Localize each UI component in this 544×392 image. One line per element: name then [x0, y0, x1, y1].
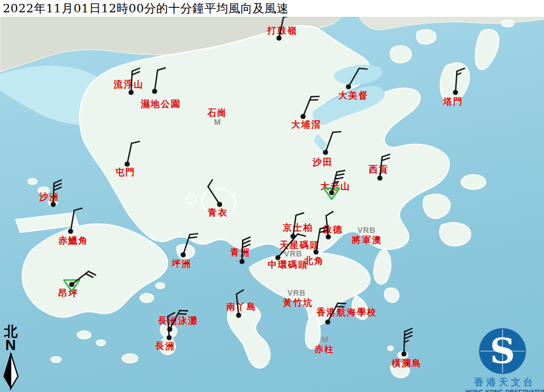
wind-barb-icon: [404, 328, 412, 354]
wind-barb-icon: [279, 14, 291, 40]
station-dot: [326, 234, 331, 239]
station-dot: [152, 88, 157, 94]
station-label-cheung-chau-beach[interactable]: 長洲泳灘: [158, 315, 198, 327]
wind-barb-icon: [71, 207, 82, 233]
wind-barb-icon: [168, 312, 176, 338]
station-label-tseung-kwan-o[interactable]: 將軍澳: [352, 235, 382, 246]
station-label-tai-mei-tuk[interactable]: 大美督: [338, 90, 369, 102]
wind-barb-icon: [293, 212, 304, 237]
station-north-point[interactable]: [313, 226, 328, 255]
station-label-shek-kong[interactable]: 石崗: [207, 108, 227, 119]
station-lamma-island[interactable]: [236, 290, 246, 318]
hko-logo-icon: S: [466, 327, 544, 375]
station-label-wetland-park[interactable]: 濕地公園: [141, 99, 181, 110]
wind-barb-icon: [278, 231, 305, 262]
wind-barb-icon: [380, 153, 390, 179]
station-dot: [128, 90, 133, 95]
station-dot: [236, 312, 241, 318]
wind-barb-icon: [303, 94, 319, 119]
station-tai-mei-tuk[interactable]: [346, 66, 367, 91]
station-cheung-chau[interactable]: [166, 312, 176, 340]
station-label-sha-tin[interactable]: 沙田: [313, 157, 333, 169]
station-tai-po-kau[interactable]: [300, 94, 319, 119]
wind-barb-icon: [206, 180, 226, 204]
station-label-tai-po-kau[interactable]: 大埔滘: [291, 119, 322, 131]
wind-barb-icon: [455, 68, 464, 93]
station-label-ngong-ping[interactable]: 昂坪: [58, 288, 78, 300]
station-dot: [377, 175, 382, 180]
gust-triangle-icon: [64, 280, 80, 291]
wind-barb-icon: [326, 129, 341, 155]
station-kai-tak[interactable]: [326, 212, 336, 240]
station-tuen-mun[interactable]: [124, 140, 139, 167]
station-label-tuen-mun[interactable]: 屯門: [115, 167, 136, 179]
station-label-tates-cairn[interactable]: 大老山: [320, 181, 351, 193]
map-title-bar: 2022年11月01日12時00分的十分鐘平均風向及風速: [0, 0, 544, 17]
station-label-peng-chau[interactable]: 坪洲: [171, 258, 192, 270]
station-note-tseung-kwan-o: VRB: [357, 226, 376, 235]
station-chek-lap-kok[interactable]: [68, 207, 82, 234]
station-label-sha-chau[interactable]: 沙洲: [39, 192, 59, 203]
wind-barb-icon: [72, 269, 96, 290]
station-central-pier[interactable]: [275, 231, 305, 262]
station-label-cheung-chau[interactable]: 長洲: [155, 340, 175, 352]
station-dot: [275, 255, 280, 260]
station-label-star-ferry[interactable]: 天星碼頭: [280, 240, 320, 251]
compass-north-letter: N: [1, 338, 20, 352]
map-geography: [0, 0, 544, 392]
station-sha-chau[interactable]: [50, 180, 61, 207]
station-dot: [69, 282, 74, 287]
wind-barb-icon: [155, 67, 165, 92]
station-label-kings-park[interactable]: 京士柏: [283, 222, 313, 234]
station-label-central-pier[interactable]: 中環碼頭: [268, 259, 308, 271]
station-ta-kwu-ling[interactable]: [276, 14, 291, 41]
station-label-green-island[interactable]: 青洲: [230, 247, 250, 259]
station-label-tsing-yi[interactable]: 青衣: [208, 207, 228, 219]
station-kings-park[interactable]: [290, 212, 304, 239]
wind-map: 打鼓嶺流浮山濕地公園石崗M大美督塔門大埔滘沙田屯門西貢沙洲大老山青衣赤鱲角京士柏…: [0, 0, 544, 392]
station-ngong-ping[interactable]: [64, 269, 96, 291]
station-label-lamma-island[interactable]: 南丫島: [226, 301, 257, 313]
station-label-kai-tak[interactable]: 啟德: [323, 224, 343, 236]
station-lau-fau-shan[interactable]: [128, 68, 140, 95]
station-label-sai-kung[interactable]: 西貢: [369, 164, 389, 176]
wind-barb-icon: [326, 212, 336, 237]
station-dot: [217, 202, 222, 207]
station-dot: [166, 335, 171, 340]
station-tates-cairn[interactable]: [324, 169, 345, 199]
station-label-hk-sea-school[interactable]: 香港航海學校: [317, 307, 377, 319]
station-dot: [401, 351, 406, 356]
wind-barb-icon: [328, 300, 346, 325]
station-label-north-point[interactable]: 北角: [304, 255, 324, 267]
station-cheung-chau-beach[interactable]: [167, 307, 188, 333]
station-label-ta-kwu-ling[interactable]: 打鼓嶺: [267, 25, 297, 37]
station-tsing-yi[interactable]: [206, 180, 226, 207]
station-dot: [346, 84, 351, 89]
station-label-tap-mun[interactable]: 塔門: [443, 96, 463, 108]
station-note-stanley: M: [322, 335, 329, 344]
svg-text:S: S: [490, 330, 515, 371]
station-dot: [167, 326, 172, 332]
station-label-wong-chuk-hang[interactable]: 黃竹坑: [283, 297, 313, 309]
wind-barb-icon: [236, 290, 246, 315]
station-sai-kung[interactable]: [377, 153, 389, 180]
station-label-chek-lap-kok[interactable]: 赤鱲角: [58, 235, 89, 247]
north-compass: 北 N: [1, 325, 20, 391]
station-waglan-island[interactable]: [401, 328, 412, 357]
station-dot: [124, 161, 129, 166]
station-wetland-park[interactable]: [152, 67, 165, 94]
wind-barb-icon: [53, 180, 62, 204]
station-dot: [68, 228, 73, 234]
station-sha-tin[interactable]: [323, 129, 341, 155]
station-note-shek-kong: M: [214, 118, 221, 127]
station-peng-chau[interactable]: [180, 231, 198, 257]
station-label-waglan-island[interactable]: 橫瀾島: [392, 358, 422, 370]
station-hk-sea-school[interactable]: [325, 300, 346, 325]
station-label-lau-fau-shan[interactable]: 流浮山: [114, 79, 144, 91]
station-green-island[interactable]: [239, 237, 250, 264]
station-dot: [300, 114, 305, 119]
station-label-stanley[interactable]: 赤柱: [314, 344, 334, 356]
wind-barb-icon: [348, 66, 367, 91]
station-dot: [50, 202, 55, 207]
station-tap-mun[interactable]: [453, 68, 464, 95]
